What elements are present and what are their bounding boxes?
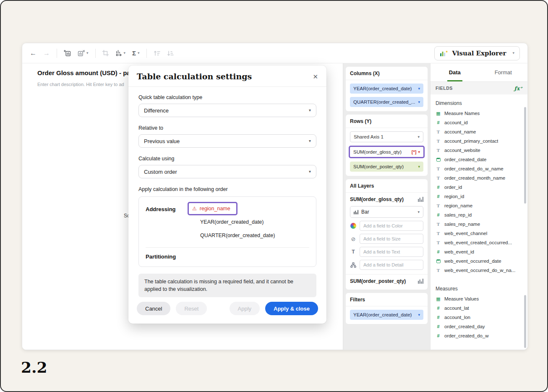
all-layers-title: All Layers [346, 179, 428, 193]
crop-icon[interactable] [102, 50, 109, 56]
apply-and-close-button[interactable]: Apply & close [265, 302, 318, 315]
field-name: sales_rep_id [444, 212, 472, 217]
field-item[interactable]: region_id [431, 192, 527, 201]
chevron-down-icon: ▾ [309, 139, 311, 143]
field-name: account_primary_contact [444, 139, 498, 144]
chevron-down-icon[interactable]: ▾ [418, 210, 420, 214]
forward-icon[interactable]: → [43, 50, 50, 57]
chevron-down-icon[interactable]: ▾ [418, 150, 420, 154]
add-field-to-size-input[interactable] [360, 234, 423, 244]
field-item[interactable]: order_created_do_w_name [431, 164, 527, 173]
visual-explorer-button[interactable]: Visual Explorer ▾ [434, 46, 520, 60]
calc-type-select[interactable]: Difference ▾ [138, 104, 316, 117]
tab-data[interactable]: Data [431, 63, 479, 81]
chevron-down-icon[interactable]: ▾ [418, 313, 420, 317]
field-item[interactable]: account_primary_contact [431, 136, 527, 146]
field-item[interactable]: web_event_channel [431, 229, 527, 238]
field-item[interactable]: Measure Names [431, 109, 527, 118]
field-item[interactable]: region_name [431, 201, 527, 210]
field-item[interactable]: account_name [431, 127, 527, 136]
detail-icon [350, 262, 357, 268]
chart-type-button[interactable]: ▾ [115, 50, 126, 57]
field-item[interactable]: account_lon [431, 313, 527, 322]
layer-sum-order-gloss-qty[interactable]: SUM(order_gloss_qty) [346, 193, 428, 204]
add-field-to-detail-input[interactable] [360, 260, 423, 270]
addressing-item-region-name[interactable]: ⚠ region_name [188, 202, 237, 215]
close-icon[interactable]: ✕ [313, 73, 318, 80]
addressing-items: ⚠ region_name YEAR(order_created_date) Q… [188, 202, 309, 242]
shared-axis-pill[interactable]: Shared Axis 1 ▾ [350, 131, 423, 142]
number-icon [436, 212, 441, 217]
field-name: account_lat [444, 306, 469, 311]
field-item[interactable]: account_website [431, 146, 527, 155]
toolbar-divider [95, 49, 96, 58]
text-type-icon [436, 129, 441, 134]
partitioning-label: Partitioning [146, 248, 309, 261]
text-type-icon [436, 203, 441, 208]
sort-ascending-icon[interactable] [154, 50, 160, 57]
field-name: web_event_occurred_do_w_na... [444, 268, 515, 273]
cancel-button[interactable]: Cancel [137, 302, 170, 315]
warning-icon: ⚠ [192, 206, 197, 211]
measure-values-icon [436, 296, 441, 302]
field-item[interactable]: Measure Values [431, 294, 527, 303]
text-drop-row: T [350, 247, 423, 257]
field-item[interactable]: sales_rep_name [431, 220, 527, 229]
field-item[interactable]: web_event_occurred_do_w_na... [431, 266, 527, 275]
field-item[interactable]: account_lat [431, 303, 527, 313]
add-field-to-color-input[interactable] [360, 221, 423, 231]
field-item[interactable]: account_id [431, 118, 527, 127]
filters-shelf: Filters YEAR(order_created_date) ▾ [346, 293, 428, 324]
tab-format[interactable]: Format [479, 63, 528, 81]
clear-element-button[interactable]: ▾ [78, 50, 89, 57]
text-type-icon [436, 175, 441, 180]
chevron-down-icon[interactable]: ▾ [418, 135, 420, 139]
chevron-down-icon[interactable]: ▾ [418, 100, 420, 104]
chevron-down-icon[interactable]: ▾ [418, 87, 420, 91]
columns-pill-quarter-order-created-date[interactable]: QUARTER(order_created_... ▾ [350, 97, 423, 107]
rows-pill-sum-order-gloss-qty[interactable]: SUM(order_gloss_qty) [*] ▾ [349, 146, 425, 158]
calculate-using-select[interactable]: Custom order ▾ [138, 165, 316, 178]
field-item[interactable]: order_created_month_name [431, 173, 527, 183]
aggregate-button[interactable]: Σ ▾ [132, 50, 140, 57]
addressing-item-year[interactable]: YEAR(order_created_date) [188, 215, 309, 229]
measures-scrollbar[interactable] [524, 295, 526, 348]
add-field-to-text-input[interactable] [360, 247, 423, 257]
field-item[interactable]: order_created_date [431, 155, 527, 164]
measure-names-icon [436, 111, 441, 116]
mark-type-select[interactable]: Bar ▾ [350, 206, 423, 218]
field-item[interactable]: web_event_id [431, 247, 527, 256]
rows-pill-sum-order-poster-qty[interactable]: SUM(order_poster_qty) ▾ [350, 162, 423, 172]
columns-shelf-title: Columns (X) [346, 67, 428, 80]
field-item[interactable]: web_event_created_occurred... [431, 238, 527, 247]
field-item[interactable]: web_event_occurred_date [431, 256, 527, 266]
add-calculated-field-icon[interactable]: ƒx⁺ [514, 85, 522, 91]
apply-button[interactable]: Apply [230, 302, 260, 315]
pill-label: YEAR(order_created_date) [353, 86, 416, 91]
field-item[interactable]: sales_rep_id [431, 210, 527, 220]
field-item[interactable]: order_created_do_w [431, 331, 527, 340]
sort-descending-icon[interactable] [167, 50, 174, 57]
layer-sum-order-poster-qty[interactable]: SUM(order_poster_qty) [346, 274, 428, 285]
field-name: account_id [444, 120, 468, 125]
number-icon [436, 333, 441, 338]
relative-to-select[interactable]: Previous value ▾ [138, 134, 316, 148]
back-icon[interactable]: ← [30, 50, 37, 57]
add-element-icon[interactable] [64, 50, 71, 57]
columns-pill-year-order-created-date[interactable]: YEAR(order_created_date) ▾ [350, 84, 423, 94]
calendar-icon [436, 158, 441, 162]
chevron-down-icon[interactable]: ▾ [418, 165, 420, 169]
field-item[interactable]: order_id [431, 183, 527, 192]
dimensions-scrollbar[interactable] [524, 107, 526, 204]
modal-header: Table calculation settings ✕ [128, 65, 326, 87]
reset-button[interactable]: Reset [176, 302, 207, 315]
error-badge: [*] [412, 149, 417, 154]
filters-title: Filters [346, 293, 428, 306]
field-item[interactable]: order_created_day [431, 322, 527, 331]
chart-description-placeholder[interactable]: Enter chart description. Hit Enter key t… [37, 82, 124, 87]
filter-pill-year-order-created-date[interactable]: YEAR(order_created_date) ▾ [350, 310, 423, 320]
chart-title[interactable]: Order Gloss amount (USD) - pane [37, 69, 138, 76]
addressing-item-quarter[interactable]: QUARTER(order_created_date) [188, 229, 309, 242]
field-name: web_event_created_occurred... [444, 240, 512, 245]
field-name: region_id [444, 194, 464, 199]
